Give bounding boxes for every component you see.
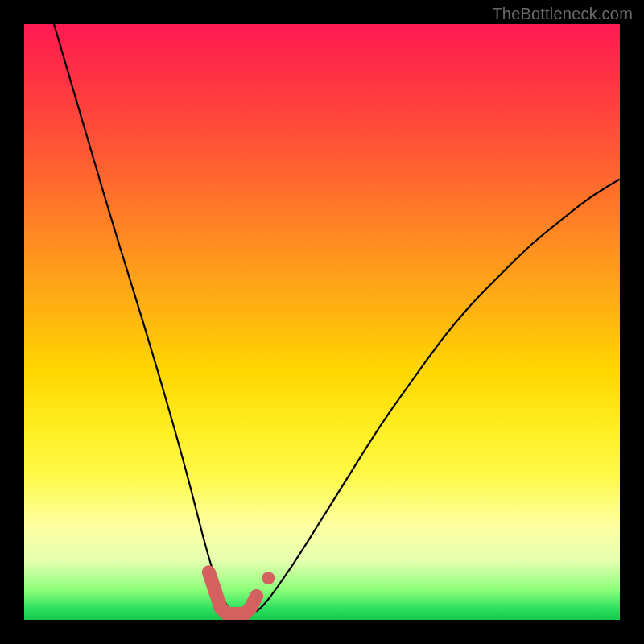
highlight-marker-line xyxy=(208,572,256,614)
bottleneck-curve xyxy=(54,24,620,614)
highlight-marker-dot xyxy=(262,572,275,584)
chart-svg xyxy=(24,24,620,620)
chart-plot-area xyxy=(24,24,620,620)
watermark-text: TheBottleneck.com xyxy=(492,5,633,23)
chart-frame: TheBottleneck.com xyxy=(0,0,644,644)
